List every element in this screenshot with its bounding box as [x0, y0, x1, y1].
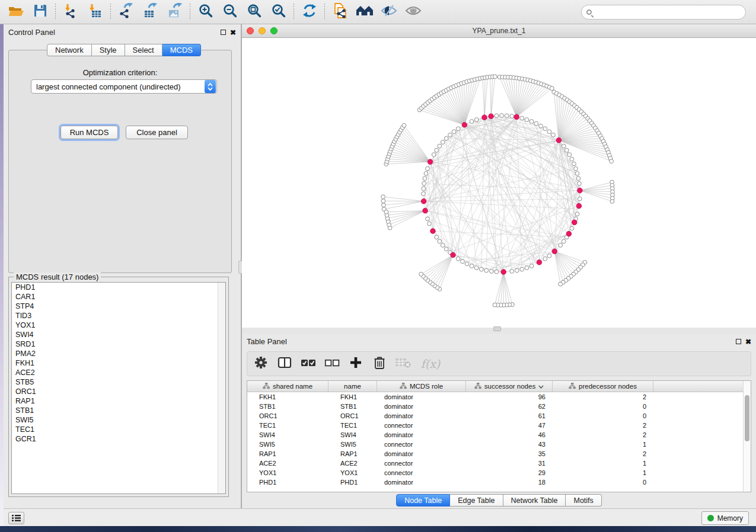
tab-network-table[interactable]: Network Table [503, 494, 566, 507]
column-header-shared-name[interactable]: shared name [247, 381, 328, 392]
table-cell: 2 [553, 449, 653, 459]
mcds-result-item[interactable]: GCR1 [12, 434, 225, 444]
delete-row-button[interactable] [372, 356, 387, 371]
export-network-button[interactable] [114, 1, 138, 23]
tab-edge-table[interactable]: Edge Table [450, 494, 503, 507]
show-columns-button[interactable] [277, 356, 292, 371]
select-stepper-icon [205, 80, 216, 93]
deselect-all-button[interactable] [324, 356, 340, 371]
network-canvas[interactable] [242, 38, 756, 328]
table-row[interactable]: RAP1RAP1dominator352 [247, 449, 751, 459]
table-scrollbar-thumb[interactable] [745, 395, 749, 441]
table-cell: YOX1 [328, 468, 377, 477]
table-cell: FKH1 [328, 392, 377, 402]
mcds-result-item[interactable]: STP4 [12, 302, 225, 311]
zoom-selected-button[interactable] [266, 1, 291, 23]
horizontal-splitter-grip[interactable] [493, 326, 501, 331]
mcds-result-item[interactable]: ACE2 [12, 368, 225, 377]
hide-selected-button[interactable] [377, 1, 401, 23]
add-row-button[interactable] [348, 356, 363, 371]
mcds-result-item[interactable]: STB5 [12, 377, 225, 387]
column-header-predecessor-nodes[interactable]: predecessor nodes [553, 381, 653, 392]
column-header-name[interactable]: name [328, 381, 377, 392]
select-all-button[interactable] [301, 356, 316, 371]
save-icon [33, 4, 47, 20]
table-cell: dominator [377, 449, 466, 459]
mcds-result-item[interactable]: ORC1 [12, 387, 225, 396]
mcds-result-item[interactable]: YOX1 [12, 321, 225, 330]
zoom-fit-icon [247, 3, 262, 21]
first-neighbors-button[interactable] [352, 1, 377, 23]
mcds-result-list[interactable]: PHD1CAR1STP4TID3YOX1SWI4SRD1PMA2FKH1ACE2… [11, 282, 226, 494]
tab-select[interactable]: Select [125, 44, 162, 56]
close-icon[interactable]: ✖ [230, 30, 236, 36]
table-cell: dominator [377, 411, 466, 421]
float-window-icon[interactable] [221, 30, 226, 35]
tab-mcds[interactable]: MCDS [162, 44, 201, 56]
mcds-result-item[interactable]: PMA2 [12, 349, 225, 358]
mcds-result-item[interactable]: TID3 [12, 311, 225, 321]
optimization-criterion-select[interactable]: largest connected component (undirected) [31, 79, 217, 94]
mcds-result-item[interactable]: RAP1 [12, 396, 225, 406]
close-panel-button[interactable]: Close panel [126, 126, 188, 139]
network-window-title: YPA_prune.txt_1 [242, 27, 756, 35]
apply-layout-button[interactable] [297, 1, 321, 23]
column-label: shared name [273, 383, 312, 390]
mcds-list-scrollbar[interactable] [218, 283, 225, 493]
task-history-button[interactable] [8, 512, 24, 524]
mcds-result-item[interactable]: TEC1 [12, 425, 225, 434]
search-box[interactable] [581, 5, 746, 20]
table-row[interactable]: ORC1ORC1dominator610 [247, 411, 751, 421]
import-table-button[interactable] [83, 1, 107, 23]
column-header-MCDS-role[interactable]: MCDS role [377, 381, 466, 392]
table-cell: 1 [553, 459, 653, 468]
zoom-in-button[interactable] [193, 1, 218, 23]
mcds-result-item[interactable]: FKH1 [12, 358, 225, 368]
import-network-button[interactable] [59, 1, 83, 23]
desktop-wallpaper-bottom [0, 526, 756, 532]
column-header-successor-nodes[interactable]: successor nodes [466, 381, 553, 392]
table-row[interactable]: STB1STB1dominator620 [247, 402, 751, 411]
table-row[interactable]: TEC1TEC1connector472 [247, 421, 751, 430]
column-label: name [344, 383, 361, 390]
table-row[interactable]: PHD1PHD1dominator180 [247, 477, 751, 487]
tab-network[interactable]: Network [47, 44, 92, 56]
table-row[interactable]: YOX1YOX1connector291 [247, 468, 751, 477]
new-network-from-selection-button[interactable] [328, 1, 352, 23]
table-row[interactable]: ACE2ACE2connector311 [247, 459, 751, 468]
node-table-header: shared namenameMCDS rolesuccessor nodesp… [247, 381, 751, 392]
mcds-result-item[interactable]: STB1 [12, 406, 225, 415]
table-cell: FKH1 [247, 392, 328, 402]
show-hidden-button[interactable] [401, 1, 425, 23]
mcds-result-item[interactable]: SRD1 [12, 339, 225, 349]
mcds-result-item[interactable]: SWI4 [12, 330, 225, 339]
mcds-result-item[interactable]: PHD1 [12, 283, 225, 292]
tab-motifs[interactable]: Motifs [566, 494, 601, 507]
table-cell: TEC1 [247, 421, 328, 430]
tab-node-table[interactable]: Node Table [396, 494, 450, 507]
network-window-titlebar[interactable]: YPA_prune.txt_1 [242, 24, 756, 38]
network-graph[interactable] [242, 38, 755, 328]
table-settings-button[interactable] [253, 356, 269, 371]
table-row[interactable]: SWI4SWI4dominator462 [247, 430, 751, 440]
table-row[interactable]: SWI5SWI5connector431 [247, 440, 751, 449]
table-scrollbar[interactable] [743, 381, 751, 492]
open-session-button[interactable] [4, 1, 28, 23]
export-table-button[interactable] [138, 1, 162, 23]
float-window-icon[interactable] [736, 339, 741, 344]
table-row[interactable]: FKH1FKH1dominator962 [247, 392, 751, 402]
zoom-out-button[interactable] [218, 1, 242, 23]
toolbar-separator [55, 4, 56, 20]
mcds-result-item[interactable]: CAR1 [12, 292, 225, 302]
search-input[interactable] [595, 7, 745, 18]
deselect-all-icon [324, 358, 340, 370]
zoom-fit-button[interactable] [242, 1, 266, 23]
save-session-button[interactable] [28, 1, 52, 23]
export-image-button[interactable] [162, 1, 187, 23]
tab-style[interactable]: Style [92, 44, 125, 56]
run-mcds-button[interactable]: Run MCDS [60, 126, 118, 139]
mcds-result-item[interactable]: SWI5 [12, 415, 225, 425]
network-view-window: YPA_prune.txt_1 [242, 24, 756, 328]
memory-button[interactable]: Memory [701, 511, 749, 525]
close-icon[interactable]: ✖ [745, 339, 751, 345]
